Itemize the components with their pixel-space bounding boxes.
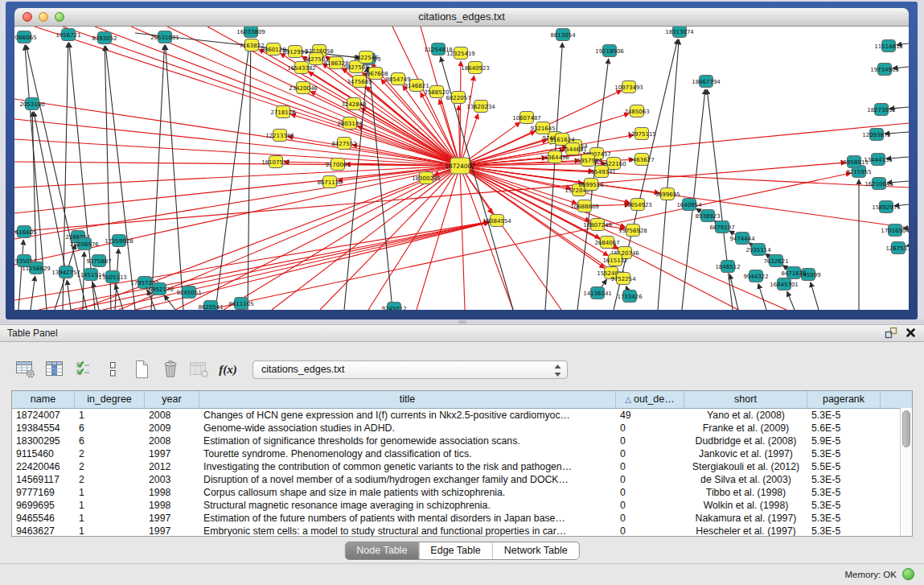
- table-row[interactable]: 946362711997Embryonic stem cells: a mode…: [12, 525, 912, 537]
- graph-node[interactable]: 3475685: [347, 76, 372, 88]
- graph-node[interactable]: 18107552: [261, 156, 290, 168]
- graph-node[interactable]: 19654923: [623, 199, 652, 211]
- graph-node[interactable]: 17016504: [881, 225, 909, 237]
- table-row[interactable]: 911546021997Tourette syndrome. Phenomeno…: [12, 447, 912, 460]
- graph-node[interactable]: 15892971: [872, 201, 901, 213]
- graph-node[interactable]: 13620234: [466, 101, 495, 113]
- graph-node[interactable]: 16033809: [236, 27, 265, 38]
- table-row[interactable]: 1938455462009Genome-wide association stu…: [12, 422, 912, 435]
- table-row[interactable]: 977716911998Corpus callosum shape and si…: [12, 486, 912, 499]
- table-row[interactable]: 946554611997Estimation of the future num…: [12, 512, 912, 525]
- graph-node[interactable]: 9245012: [381, 303, 406, 311]
- column-header-year[interactable]: year: [145, 391, 199, 408]
- column-header-name[interactable]: name: [12, 391, 75, 408]
- table-cell: Stergiakouli et al. (2012): [684, 460, 807, 473]
- table-cell: Hescheler et al. (1997): [684, 525, 807, 537]
- graph-node[interactable]: 16210643: [864, 178, 893, 190]
- graph-node[interactable]: 8938923: [695, 210, 720, 222]
- graph-node[interactable]: 2053100: [19, 98, 44, 110]
- graph-node[interactable]: 6879197: [709, 221, 734, 233]
- graph-node[interactable]: 1640954: [676, 199, 702, 211]
- svg-text:16543382: 16543382: [287, 65, 316, 72]
- minimize-window-button[interactable]: [39, 12, 48, 22]
- svg-text:12213386: 12213386: [265, 133, 294, 139]
- zoom-window-button[interactable]: [55, 12, 64, 22]
- graph-node[interactable]: 10688809: [570, 200, 599, 212]
- graph-node[interactable]: 19756928: [618, 225, 647, 237]
- graph-node[interactable]: 19734903: [870, 64, 899, 76]
- graph-node[interactable]: 19384554: [483, 215, 511, 227]
- table-cell: 0: [616, 460, 684, 473]
- function-builder-button[interactable]: f(x): [217, 359, 239, 381]
- table-vertical-scrollbar[interactable]: [900, 408, 912, 537]
- tab-network-table[interactable]: Network Table: [492, 542, 579, 559]
- column-header-title[interactable]: title: [199, 391, 616, 408]
- column-settings-button[interactable]: [14, 359, 36, 381]
- graph-node[interactable]: 1956721: [55, 29, 80, 41]
- graph-node[interactable]: 23420046: [289, 82, 318, 94]
- network-window-titlebar[interactable]: citations_edges.txt: [14, 8, 909, 27]
- graph-node[interactable]: 8813054: [550, 29, 576, 41]
- network-canvas[interactable]: 2066065195672183930522053100116033809785…: [14, 27, 909, 310]
- graph-node[interactable]: 1733426: [617, 290, 643, 303]
- close-panel-icon[interactable]: [906, 328, 916, 338]
- graph-node[interactable]: 8620541: [198, 301, 223, 311]
- graph-node[interactable]: 12213386: [265, 130, 294, 142]
- tab-edge-table[interactable]: Edge Table: [418, 542, 491, 559]
- float-panel-icon[interactable]: [885, 327, 897, 339]
- graph-node[interactable]: 14136141: [583, 287, 612, 299]
- graph-node[interactable]: 18467794: [692, 76, 721, 88]
- graph-node[interactable]: 18273092: [867, 104, 896, 116]
- graph-node[interactable]: 8611105: [228, 298, 253, 310]
- table-cell: 49: [616, 409, 684, 422]
- graph-node[interactable]: 2066065: [14, 31, 37, 43]
- checklist-button[interactable]: [72, 359, 94, 381]
- graph-node[interactable]: 9170061: [325, 159, 350, 171]
- graph-node[interactable]: 9944322: [743, 270, 768, 282]
- scrollbar-thumb[interactable]: [902, 410, 910, 447]
- graph-node[interactable]: 1846512: [715, 261, 740, 273]
- table-row[interactable]: 2242004622012Investigating the contribut…: [12, 460, 912, 473]
- new-table-button[interactable]: [130, 359, 152, 381]
- memory-ok-indicator-icon: [902, 568, 914, 580]
- select-column-button[interactable]: [43, 359, 65, 381]
- graph-node[interactable]: 1267533: [885, 242, 909, 254]
- graph-node[interactable]: 19218506: [595, 45, 624, 57]
- graph-node[interactable]: 18640923: [461, 62, 490, 74]
- tab-node-table[interactable]: Node Table: [345, 542, 418, 559]
- column-header-in_degree[interactable]: in_degree: [75, 391, 145, 408]
- graph-node[interactable]: 6822057: [446, 92, 470, 104]
- graph-node[interactable]: 7632621: [763, 255, 788, 267]
- column-header-out_de[interactable]: △out_de…: [616, 391, 684, 408]
- network-graph[interactable]: 2066065195672183930522053100116033809785…: [14, 27, 909, 310]
- svg-text:13505113: 13505113: [98, 274, 127, 281]
- graph-node[interactable]: 2718126: [270, 106, 296, 118]
- table-select-dropdown[interactable]: citations_edges.txt: [253, 360, 568, 379]
- table-row[interactable]: 1456911722003Disruption of a novel membe…: [12, 473, 912, 486]
- column-header-short[interactable]: short: [684, 391, 807, 408]
- graph-node[interactable]: 9474444: [729, 233, 755, 245]
- svg-text:10549341: 10549341: [587, 169, 616, 175]
- graph-node[interactable]: 11514818: [874, 40, 903, 52]
- graph-node[interactable]: 20531001: [150, 31, 179, 43]
- splitter-handle-icon[interactable]: [458, 320, 466, 323]
- graph-node[interactable]: 10607487: [512, 112, 541, 124]
- svg-text:8611105: 8611105: [228, 301, 253, 307]
- graph-node[interactable]: 9699695: [655, 188, 680, 200]
- svg-text:11364456: 11364456: [540, 154, 569, 161]
- graph-node[interactable]: 7485063: [624, 105, 649, 117]
- table-row[interactable]: 1872400712008Changes of HCN gene express…: [12, 409, 912, 422]
- graph-node[interactable]: 18313074: [665, 27, 694, 38]
- table-row[interactable]: 1830029562008Estimation of significance …: [12, 435, 912, 447]
- graph-node[interactable]: 16945701: [770, 278, 799, 290]
- graph-node[interactable]: 12093872: [862, 129, 891, 141]
- table-row[interactable]: 969969511998Structural magnetic resonanc…: [12, 499, 912, 512]
- graph-node[interactable]: 2935114: [745, 244, 771, 256]
- graph-node[interactable]: 12975115: [627, 128, 656, 140]
- delete-rows-button[interactable]: [159, 359, 181, 381]
- column-header-pagerank[interactable]: pagerank: [807, 391, 881, 408]
- row-height-button[interactable]: [101, 359, 123, 381]
- svg-text:16952170: 16952170: [145, 286, 174, 293]
- close-window-button[interactable]: [23, 12, 32, 22]
- dropdown-arrows-icon: [554, 365, 561, 377]
